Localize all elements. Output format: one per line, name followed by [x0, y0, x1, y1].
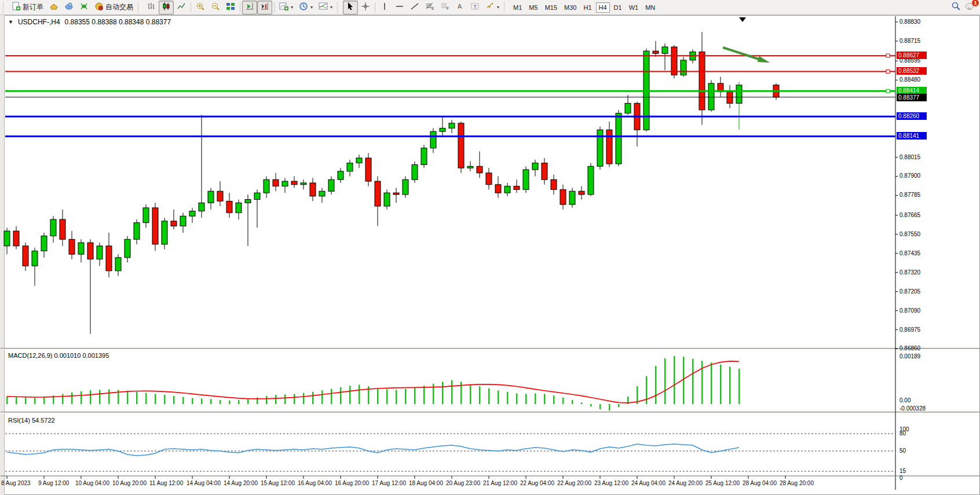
horizontal-line-button[interactable] — [392, 1, 407, 14]
timeframe-m5[interactable]: M5 — [526, 2, 540, 13]
zoom-out-icon — [211, 2, 220, 13]
notifications-button[interactable]: 1 — [965, 2, 975, 13]
chart-title: ▼ USDCHF-,H4 0.88355 0.88388 0.88348 0.8… — [8, 18, 171, 26]
new-order-icon — [12, 2, 21, 13]
grid-button[interactable]: F — [437, 1, 452, 14]
time-axis-label: 17 Aug 12:00 — [372, 480, 406, 486]
macd-label: MACD(12,26,9) 0.001010 0.001395 — [8, 352, 109, 359]
current-price-badge: 0.88377 — [897, 94, 927, 101]
chart-shift-button[interactable] — [257, 1, 272, 14]
notification-badge: 1 — [972, 0, 979, 6]
bar-chart-icon — [147, 2, 156, 13]
auto-trading-button[interactable]: 自动交易 — [92, 1, 136, 14]
price-axis-tick: 0.86975 — [899, 327, 920, 333]
signals-button[interactable] — [76, 1, 92, 14]
panel-splitter[interactable] — [1, 348, 979, 350]
chart-collapse-icon[interactable]: ▼ — [8, 19, 13, 25]
time-axis-label: 8 Aug 2023 — [1, 480, 31, 486]
crosshair-button[interactable] — [358, 1, 373, 14]
dropdown-arrow-icon: ▾ — [497, 5, 499, 10]
horizontal-line-icon — [395, 2, 404, 13]
shapes-button[interactable]: ▾ — [482, 1, 502, 14]
period-button[interactable]: ▾ — [296, 1, 316, 14]
chart-ohlc-readout: 0.88355 0.88388 0.88348 0.88377 — [65, 18, 171, 26]
indicators-button[interactable]: ▾ — [316, 1, 335, 14]
new-order-button[interactable]: 新订单 — [9, 1, 46, 14]
time-axis-label: 28 Aug 04:00 — [743, 480, 777, 486]
dropdown-arrow-icon: ▾ — [330, 5, 332, 10]
chart-window[interactable] — [0, 15, 980, 495]
new-chart-button[interactable]: ▾ — [276, 1, 296, 14]
macd-axis-label: 0.00 — [899, 397, 910, 404]
time-axis-label: 20 Aug 23:00 — [446, 480, 480, 486]
cursor-icon — [346, 2, 355, 13]
zoom-in-button[interactable] — [193, 1, 208, 14]
rsi-axis-label: 80 — [899, 430, 906, 437]
timeframe-group: M1M5M15M30H1H4D1W1MN — [510, 2, 659, 13]
dropdown-arrow-icon: ▾ — [310, 5, 313, 10]
time-axis-label: 24 Aug 20:00 — [668, 480, 703, 486]
indicators-icon — [319, 2, 328, 13]
time-axis-label: 23 Aug 12:00 — [594, 480, 628, 486]
price-level-badge: 0.88627 — [897, 52, 927, 59]
price-axis-tick: 0.87785 — [899, 192, 920, 198]
bar-chart-button[interactable] — [144, 1, 159, 14]
cursor-button[interactable] — [343, 1, 358, 14]
vertical-line-icon — [380, 2, 389, 13]
price-axis-tick: 0.88715 — [899, 38, 920, 44]
fibonacci-button[interactable]: E — [422, 1, 437, 14]
price-axis-tick: 0.88480 — [899, 76, 920, 83]
profiles-button[interactable] — [46, 1, 61, 14]
chart-symbol-period: USDCHF-,H4 — [18, 18, 60, 26]
toolbar-drag-handle — [337, 2, 341, 13]
trendline-button[interactable] — [407, 1, 422, 14]
svg-text:A: A — [458, 3, 462, 10]
toolbar: 新订单 自动交易 ▾ ▾ ▾ E F A T ▾ M1M5M15M30H1H4D… — [0, 0, 980, 15]
time-axis-label: 14 Aug 04:00 — [187, 480, 221, 486]
zoom-out-button[interactable] — [208, 1, 223, 14]
text-icon: A — [455, 2, 465, 13]
auto-scroll-button[interactable] — [242, 1, 257, 14]
timeframe-h4[interactable]: H4 — [596, 2, 610, 13]
toolbar-drag-handle — [138, 2, 142, 13]
grid-icon: F — [440, 2, 449, 13]
tile-windows-button[interactable] — [223, 1, 238, 14]
vertical-line-button[interactable] — [377, 1, 392, 14]
toolbar-drag-handle — [3, 2, 7, 13]
auto-trading-label: 自动交易 — [105, 2, 133, 12]
dropdown-arrow-icon: ▾ — [291, 5, 293, 10]
timeframe-h1[interactable]: H1 — [580, 2, 594, 13]
chart-shift-icon — [260, 2, 269, 13]
profiles-icon — [49, 2, 58, 13]
community-button[interactable] — [61, 1, 76, 14]
toolbar-separator — [191, 2, 191, 13]
time-axis-label: 15 Aug 12:00 — [261, 480, 295, 486]
svg-text:E: E — [432, 6, 434, 10]
candlestick-chart-button[interactable] — [159, 1, 174, 14]
price-axis-tick: 0.87320 — [899, 269, 920, 276]
svg-text:T: T — [474, 4, 477, 10]
rsi-axis-label: 0 — [899, 475, 903, 481]
timeframe-mn[interactable]: MN — [642, 2, 658, 13]
crosshair-icon — [361, 2, 370, 13]
price-axis-tick: 0.88015 — [899, 154, 920, 160]
new-order-label: 新订单 — [23, 2, 43, 12]
timeframe-w1[interactable]: W1 — [626, 2, 642, 13]
timeframe-m30[interactable]: M30 — [561, 2, 579, 13]
text-label-button[interactable]: T — [467, 1, 482, 14]
timeframe-d1[interactable]: D1 — [611, 2, 625, 13]
search-icon[interactable] — [951, 1, 961, 14]
tile-windows-icon — [226, 2, 235, 13]
text-button[interactable]: A — [452, 1, 467, 14]
toolbar-drag-handle — [504, 2, 508, 13]
timeframe-m15[interactable]: M15 — [542, 2, 560, 13]
price-axis-tick: 0.88830 — [899, 19, 920, 25]
panel-splitter[interactable] — [1, 412, 979, 413]
time-axis-label: 16 Aug 20:00 — [335, 480, 369, 486]
timeframe-m1[interactable]: M1 — [510, 2, 525, 13]
rsi-axis-label: 15 — [899, 468, 906, 474]
line-chart-button[interactable] — [174, 1, 189, 14]
toolbar-separator — [375, 2, 375, 13]
time-axis-label: 16 Aug 04:00 — [298, 480, 332, 486]
trendline-icon — [410, 2, 419, 13]
